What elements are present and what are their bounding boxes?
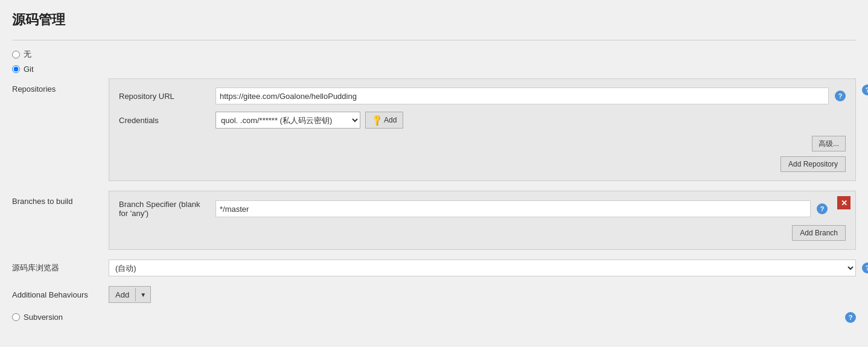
repository-url-label: Repository URL — [119, 92, 209, 101]
add-behaviour-button[interactable]: Add ▼ — [109, 286, 151, 303]
key-icon: 🔑 — [370, 113, 383, 127]
none-radio-row: 无 — [12, 49, 856, 60]
delete-branch-button[interactable]: ✕ — [837, 196, 850, 209]
additional-behaviours-section: Additional Behaviours Add ▼ — [12, 286, 856, 303]
git-radio-row: Git — [12, 65, 856, 74]
repositories-help-icon: ? — [862, 84, 868, 95]
credentials-select[interactable]: quol. .com/****** (私人码云密钥) — [215, 112, 360, 129]
add-repository-button[interactable]: Add Repository — [780, 156, 846, 172]
subversion-label[interactable]: Subversion — [24, 313, 63, 322]
repositories-content: Repository URL ? Credentials quol. .com/… — [109, 78, 856, 181]
repositories-section: Repositories Repository URL ? Credential… — [12, 78, 856, 181]
advanced-button[interactable]: 高级... — [812, 136, 846, 151]
none-radio[interactable] — [12, 51, 20, 59]
add-branch-row: Add Branch — [119, 225, 846, 241]
source-browser-help-icon: ? — [862, 263, 868, 273]
additional-behaviours-label: Additional Behaviours — [12, 290, 109, 299]
source-browser-label: 源码库浏览器 — [12, 263, 109, 273]
credentials-label: Credentials — [119, 116, 209, 125]
add-repository-row: Add Repository — [119, 156, 846, 172]
credentials-controls: quol. .com/****** (私人码云密钥) 🔑 Add — [215, 112, 846, 129]
page-wrapper: 源码管理 无 Git Repositories Repository URL ?… — [0, 0, 868, 347]
branch-specifier-help-icon: ? — [817, 203, 828, 214]
repository-url-help-icon: ? — [835, 91, 846, 101]
repository-url-row: Repository URL ? — [119, 88, 846, 104]
subversion-help-icon: ? — [845, 312, 856, 323]
branch-specifier-input[interactable] — [215, 200, 811, 217]
page-title: 源码管理 — [12, 11, 856, 29]
add-credentials-button[interactable]: 🔑 Add — [365, 112, 403, 129]
git-radio[interactable] — [12, 65, 20, 73]
add-credentials-label: Add — [384, 116, 397, 124]
add-behaviour-main-label: Add — [109, 288, 136, 301]
branches-section: Branches to build ✕ Branch Specifier (bl… — [12, 191, 856, 250]
section-separator — [12, 40, 856, 40]
source-browser-section: 源码库浏览器 (自动) ? — [12, 259, 856, 276]
branches-content: ✕ Branch Specifier (blank for 'any') ? A… — [109, 191, 856, 250]
branch-specifier-label: Branch Specifier (blank for 'any') — [119, 200, 209, 218]
subversion-radio[interactable] — [12, 313, 20, 321]
branch-specifier-row: Branch Specifier (blank for 'any') ? — [119, 200, 828, 218]
add-branch-button[interactable]: Add Branch — [792, 225, 846, 241]
source-browser-select[interactable]: (自动) — [109, 259, 856, 276]
repository-url-input[interactable] — [215, 88, 829, 104]
none-label[interactable]: 无 — [24, 49, 31, 60]
credentials-row: Credentials quol. .com/****** (私人码云密钥) 🔑… — [119, 112, 846, 129]
subversion-radio-row: Subversion ? — [12, 313, 856, 322]
git-label[interactable]: Git — [24, 65, 34, 74]
add-behaviour-arrow-icon[interactable]: ▼ — [136, 288, 150, 301]
advanced-row: 高级... — [119, 136, 846, 151]
branches-label: Branches to build — [12, 191, 109, 250]
repositories-label: Repositories — [12, 78, 109, 181]
